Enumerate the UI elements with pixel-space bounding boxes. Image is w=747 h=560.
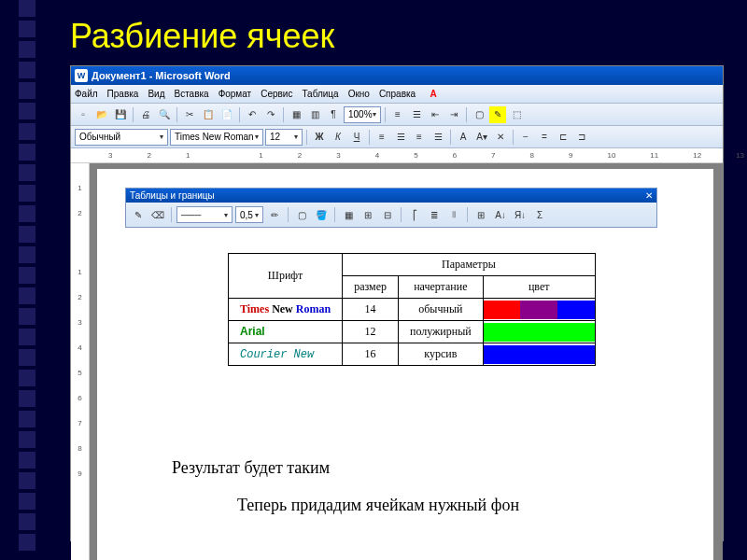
menu-file[interactable]: Файл: [75, 89, 98, 99]
menu-tools[interactable]: Сервис: [261, 89, 292, 99]
style-a-icon[interactable]: A: [455, 129, 472, 146]
cell-style: курсив: [398, 343, 483, 366]
pen-color-icon[interactable]: ✏: [266, 206, 283, 223]
table-row: Times New Roman 14 обычный: [229, 299, 596, 321]
menu-window[interactable]: Окно: [348, 89, 370, 99]
bracket-icon[interactable]: ⊏: [555, 129, 571, 146]
align-justify-icon[interactable]: ☰: [430, 129, 446, 146]
split-cells-icon[interactable]: ⊟: [379, 206, 396, 223]
new-icon[interactable]: ▫: [75, 106, 92, 123]
columns-icon[interactable]: ▥: [306, 106, 323, 123]
window-title: Документ1 - Microsoft Word: [92, 70, 231, 81]
slide-title: Разбиение ячеек: [70, 17, 334, 56]
list-bullet-icon[interactable]: ≡: [389, 106, 406, 123]
document-page: Таблицы и границы ✕ ✎ ⌫ ─── 0,5 ✏ ▢ 🪣: [97, 169, 713, 560]
highlight-icon[interactable]: ✎: [489, 106, 506, 123]
minus-icon[interactable]: −: [517, 129, 534, 146]
word-icon: W: [75, 69, 88, 82]
sort-desc-icon[interactable]: Я↓: [512, 206, 529, 223]
line-style-dropdown[interactable]: ───: [176, 206, 233, 223]
cell-color: [483, 321, 595, 343]
menu-help[interactable]: Справка: [379, 89, 416, 99]
table-row: Courier New 16 курсив: [229, 343, 596, 366]
cell-style: обычный: [398, 299, 483, 321]
style-dropdown[interactable]: Обычный: [75, 129, 168, 146]
menu-table[interactable]: Таблица: [302, 89, 338, 99]
tables-borders-title: Таблицы и границы: [130, 190, 215, 201]
sort-asc-icon[interactable]: A↓: [492, 206, 509, 223]
menu-edit[interactable]: Правка: [107, 89, 139, 99]
indent-dec-icon[interactable]: ⇤: [427, 106, 444, 123]
menu-insert[interactable]: Вставка: [174, 89, 208, 99]
border-outer-icon[interactable]: ▢: [293, 206, 310, 223]
underline-icon[interactable]: Ч: [348, 129, 365, 146]
cell-size: 16: [343, 343, 399, 366]
save-icon[interactable]: 💾: [112, 106, 129, 123]
font-name-courier: Courier New: [240, 348, 314, 361]
equals-icon[interactable]: =: [536, 129, 553, 146]
menu-view[interactable]: Вид: [148, 89, 164, 99]
fill-color-icon[interactable]: 🪣: [313, 206, 330, 223]
eraser-icon[interactable]: ⌫: [149, 206, 166, 223]
font-color-icon[interactable]: A: [425, 86, 442, 103]
preview-icon[interactable]: 🔍: [156, 106, 173, 123]
line-width-dropdown[interactable]: 0,5: [235, 206, 263, 223]
table-row: Arial 12 полужирный: [229, 321, 596, 343]
italic-icon[interactable]: К: [330, 129, 346, 146]
cell-color: [483, 343, 595, 366]
style-a2-icon[interactable]: A▾: [473, 129, 490, 146]
align-left-icon[interactable]: ≡: [374, 129, 390, 146]
tables-borders-toolbar[interactable]: Таблицы и границы ✕ ✎ ⌫ ─── 0,5 ✏ ▢ 🪣: [125, 188, 657, 228]
redo-icon[interactable]: ↷: [262, 106, 279, 123]
formatting-toolbar: Обычный Times New Roman 12 Ж К Ч ≡ ☰ ≡ ☰…: [71, 126, 723, 148]
cell-color: [483, 299, 595, 321]
align-tl-icon[interactable]: ⎡: [406, 206, 423, 223]
close-icon[interactable]: ✕: [645, 190, 653, 201]
cell-style: полужирный: [398, 321, 483, 343]
cut-icon[interactable]: ✂: [181, 106, 198, 123]
draw-table-icon[interactable]: ✎: [130, 206, 147, 223]
cell-size: 14: [343, 299, 399, 321]
horizontal-ruler: 32112345678910111213: [71, 148, 723, 163]
borders-icon[interactable]: ▢: [471, 106, 487, 123]
distribute-rows-icon[interactable]: ≣: [426, 206, 443, 223]
table-icon[interactable]: ▦: [288, 106, 304, 123]
word-window: W Документ1 - Microsoft Word Файл Правка…: [70, 65, 724, 541]
print-icon[interactable]: 🖨: [137, 106, 154, 123]
menu-format[interactable]: Формат: [218, 89, 252, 99]
header-style: начертание: [398, 276, 483, 299]
standard-toolbar: ▫ 📂 💾 🖨 🔍 ✂ 📋 📄 ↶ ↷ ▦ ▥ ¶ 100% ≡ ☰ ⇤ ⇥ ▢: [71, 104, 723, 126]
menubar: Файл Правка Вид Вставка Формат Сервис Та…: [71, 85, 723, 104]
zoom-dropdown[interactable]: 100%: [344, 106, 381, 123]
autosum-icon[interactable]: Σ: [531, 206, 548, 223]
example-table: Шрифт Параметры размер начертание цвет T…: [228, 253, 596, 366]
undo-icon[interactable]: ↶: [244, 106, 261, 123]
bracket2-icon[interactable]: ⊐: [573, 129, 590, 146]
indent-inc-icon[interactable]: ⇥: [445, 106, 462, 123]
align-right-icon[interactable]: ≡: [411, 129, 428, 146]
misc-icon[interactable]: ⬚: [508, 106, 525, 123]
merge-cells-icon[interactable]: ⊞: [359, 206, 376, 223]
show-marks-icon[interactable]: ¶: [325, 106, 342, 123]
titlebar: W Документ1 - Microsoft Word: [71, 66, 723, 85]
distribute-cols-icon[interactable]: ⦀: [445, 206, 462, 223]
size-dropdown[interactable]: 12: [265, 129, 303, 146]
insert-table-icon[interactable]: ▦: [340, 206, 357, 223]
decorative-squares: [19, 0, 35, 551]
bold-icon[interactable]: Ж: [311, 129, 328, 146]
font-name-arial: Arial: [240, 325, 265, 338]
open-icon[interactable]: 📂: [93, 106, 110, 123]
copy-icon[interactable]: 📋: [200, 106, 217, 123]
tool-x-icon[interactable]: ✕: [492, 129, 509, 146]
header-size: размер: [343, 276, 399, 299]
vertical-ruler: 12123456789: [71, 163, 90, 560]
autoformat-icon[interactable]: ⊞: [472, 206, 489, 223]
font-dropdown[interactable]: Times New Roman: [170, 129, 263, 146]
caption-result: Результат будет таким: [172, 458, 330, 478]
align-center-icon[interactable]: ☰: [392, 129, 409, 146]
font-name-tnr: Times New Roman: [240, 302, 331, 315]
list-num-icon[interactable]: ☰: [408, 106, 425, 123]
cell-size: 12: [343, 321, 399, 343]
caption-background: Теперь придадим ячейкам нужный фон: [237, 496, 519, 515]
paste-icon[interactable]: 📄: [218, 106, 235, 123]
